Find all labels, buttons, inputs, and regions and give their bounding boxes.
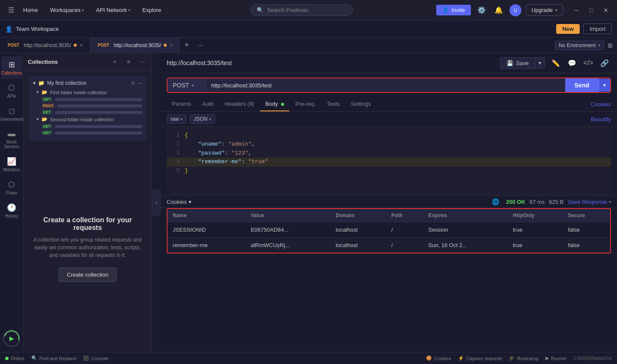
add-collection-button[interactable]: + [110,57,120,67]
search-bar: 🔍 Search Postman [171,4,433,16]
tab-params[interactable]: Params [167,97,196,111]
home-link[interactable]: Home [21,5,41,15]
grid-icon[interactable]: ⊞ [608,42,613,49]
runner-button[interactable]: ▶ Runner [545,355,566,361]
folder2[interactable]: ▾ 📂 Second folder inside collection [36,116,142,122]
tab-2[interactable]: POST http://localhost:3035/ ✕ [90,38,180,53]
code-line-4: 4 "remember-me": "true" [167,158,611,167]
edit-icon[interactable]: ✏️ [549,57,562,69]
sidebar-item-apis[interactable]: ⬡ APIs [1,80,22,102]
console-button[interactable]: ⬛ Console [83,355,108,361]
tab-headers[interactable]: Headers (9) [220,97,260,111]
sidebar-item-history[interactable]: 🕐 History [1,200,22,222]
send-button[interactable]: Send [565,78,599,92]
bootcamp-button[interactable]: 🎓 Bootcamp [509,355,539,361]
send-dropdown-button[interactable]: ▾ [599,79,610,92]
tab1-close[interactable]: ✕ [79,42,84,48]
sidebar-item-monitors[interactable]: 📈 Monitors [1,153,22,176]
send-btn-group: Send ▾ [565,78,610,92]
save-button[interactable]: 💾 Save [500,57,535,69]
preview-collection-name[interactable]: ▾ 📁 My first collection ☆ ··· [33,80,142,86]
api-network-menu[interactable]: API Network ▾ [93,5,133,15]
json-selector[interactable]: JSON ▾ [190,114,215,124]
tab-body[interactable]: Body [260,97,289,111]
tab-auth[interactable]: Auth [197,97,219,111]
tab-tests[interactable]: Tests [321,97,344,111]
col-path: Path [386,209,423,222]
status-online[interactable]: Online [5,356,24,361]
environment-selector[interactable]: No Environment ▾ [555,41,604,50]
new-tab-button[interactable]: + [180,38,194,53]
table-row: remember-me alRmWCUyRj... localhost / Su… [168,238,610,253]
sidebar-item-collections[interactable]: ⊞ Collections [1,57,22,79]
bell-icon[interactable]: 🔔 [492,4,505,17]
search-button[interactable]: 🔍 Search Postman [250,4,353,16]
sidebar-item-environments[interactable]: ◻ Environments [1,103,22,125]
response-meta: 🌐 200 OK 67 ms 625 B Save Response ▾ [492,198,611,205]
folder2-item1[interactable]: GET [42,124,142,129]
cookies-link[interactable]: Cookies [591,101,611,107]
col-expires: Expires [423,209,508,222]
folder1[interactable]: ▾ 📂 First folder inside collection [36,90,142,95]
workspace-name[interactable]: 👤 Team Workspace [5,26,59,33]
new-button[interactable]: New [556,24,580,34]
more-tabs-button[interactable]: ··· [194,38,207,53]
cookies-dropdown[interactable]: Cookies ▾ [167,199,192,205]
cookies-status-button[interactable]: 🍪 Cookies [426,355,451,361]
connection-icon[interactable]: 🔗 [598,57,611,69]
maximize-button[interactable]: □ [585,4,597,16]
upgrade-button[interactable]: Upgrade ▾ [526,4,563,16]
settings-icon[interactable]: ⚙️ [475,4,488,17]
folder1-item2[interactable]: POST [42,103,142,108]
table-row: JSESSIONID E06750AD84... localhost / Ses… [168,222,610,238]
panel-collapse-button[interactable]: › [152,190,161,215]
import-button[interactable]: Import [583,24,612,34]
runner-icon[interactable]: ▶ [3,330,20,347]
create-collection-button[interactable]: Create collection [59,268,117,282]
star-icon[interactable]: ☆ [131,80,135,86]
capture-requests-button[interactable]: ⚡ Capture requests [458,355,502,361]
code-editor[interactable]: 1 { 2 "uname": "admin", 3 "passwd": "123… [167,127,611,195]
code-icon[interactable]: </> [582,57,595,69]
avatar[interactable]: U [509,4,521,16]
right-panel-icons: ✏️ 💬 </> 🔗 [549,57,611,69]
sidebar-item-mock-servers[interactable]: ▬ Mock Servers [1,126,22,152]
more-options-icon[interactable]: ··· [137,57,147,67]
find-replace-button[interactable]: 🔍 Find and Replace [31,355,76,361]
tab2-dot [164,44,167,47]
request-url-title: http://localhost:3035/test [167,60,496,66]
hamburger-icon[interactable]: ☰ [5,4,17,16]
json-chevron: ▾ [209,117,211,122]
folder2-icon: 📂 [42,116,48,122]
tab2-close[interactable]: ✕ [169,42,174,48]
cell-httponly: true [508,222,563,238]
folder1-item1[interactable]: GET [42,97,142,102]
url-input[interactable] [206,79,565,92]
raw-selector[interactable]: raw ▾ [167,114,186,124]
close-button[interactable]: ✕ [600,4,612,16]
sidebar-item-flows[interactable]: ⬡ Flows [1,176,22,199]
options-icon[interactable]: ··· [138,80,142,86]
folder2-item2[interactable]: GET [42,130,142,135]
req-tabs-right: Cookies [591,101,611,107]
request-header: http://localhost:3035/test 💾 Save ▾ ✏️ 💬… [161,53,617,73]
tab-settings[interactable]: Settings [346,97,376,111]
tab-prereq[interactable]: Pre-req. [290,97,320,111]
explore-link[interactable]: Explore [140,5,164,15]
save-response-button[interactable]: Save Response ▾ [568,199,611,205]
tab-1[interactable]: POST http://localhost:3035/ ✕ [0,38,90,53]
method-selector[interactable]: POST ▾ [168,78,206,92]
save-dropdown-button[interactable]: ▾ [535,57,545,69]
collection-tree-preview: ▾ 📁 My first collection ☆ ··· ▾ 📂 First … [29,76,147,141]
sort-icon[interactable]: ≡ [123,57,134,67]
chevron-folder1-icon: ▾ [36,90,39,95]
invite-button[interactable]: 👤 Invite [436,5,471,15]
beautify-button[interactable]: Beautify [591,116,611,122]
comment-icon[interactable]: 💬 [566,57,578,69]
workspaces-menu[interactable]: Workspaces ▾ [48,5,87,15]
minimize-button[interactable]: ─ [571,4,583,16]
folder1-item3[interactable]: GET [42,110,142,115]
sidebar-bottom: ▶ [3,330,20,352]
apis-icon: ⬡ [8,83,15,92]
method-get-icon: GET [42,97,52,102]
